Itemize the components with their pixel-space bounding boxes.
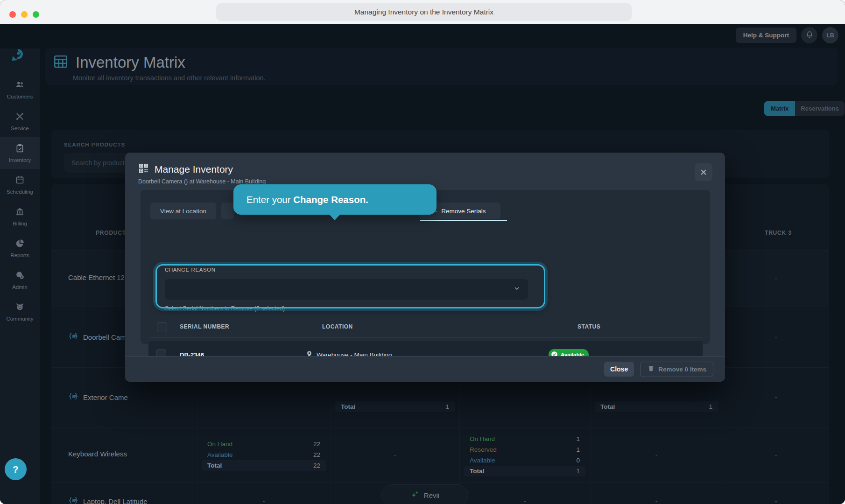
screen: CustomersServiceInventorySchedulingBilli… <box>0 0 845 504</box>
location-header: LOCATION <box>322 323 353 330</box>
app-window: CustomersServiceInventorySchedulingBilli… <box>0 0 845 504</box>
select-serials-helper-text: Select Serial Numbers to Remove (0 selec… <box>165 305 285 312</box>
tooltip-text: Enter your Change Reason. <box>246 194 368 205</box>
tour-tooltip: Enter your Change Reason. <box>233 184 437 215</box>
status-header: STATUS <box>577 323 600 330</box>
tab-hidden-partial[interactable] <box>221 203 234 219</box>
modal-title: Manage Inventory <box>155 164 233 175</box>
modal-footer: Close Remove 0 Items <box>125 356 725 382</box>
modal-subtitle: Doorbell Camera () at Warehouse - Main B… <box>138 178 266 185</box>
remove-items-button[interactable]: Remove 0 Items <box>641 362 713 377</box>
window-zoom-icon[interactable] <box>33 11 39 18</box>
close-button[interactable]: Close <box>604 362 634 377</box>
window-title: Managing Inventory on the Inventory Matr… <box>216 3 632 21</box>
qr-code-icon <box>138 163 149 175</box>
macos-titlebar: Managing Inventory on the Inventory Matr… <box>0 0 845 24</box>
modal-title-row: Manage Inventory <box>138 163 233 175</box>
table-divider <box>148 337 703 337</box>
select-all-checkbox[interactable] <box>157 322 167 332</box>
active-tab-underline <box>420 220 507 221</box>
window-minimize-icon[interactable] <box>21 11 28 18</box>
tooltip-arrow <box>329 214 341 220</box>
change-reason-label: CHANGE REASON <box>165 267 216 273</box>
close-icon[interactable]: ✕ <box>695 163 712 181</box>
trash-icon <box>648 365 655 373</box>
window-close-icon[interactable] <box>9 11 16 18</box>
serial-number-header: SERIAL NUMBER <box>180 323 229 330</box>
chevron-down-icon <box>513 285 521 294</box>
help-fab-button[interactable]: ? <box>5 458 27 480</box>
tab-view-at-location[interactable]: View at Location <box>150 203 216 219</box>
change-reason-select[interactable] <box>165 279 528 300</box>
